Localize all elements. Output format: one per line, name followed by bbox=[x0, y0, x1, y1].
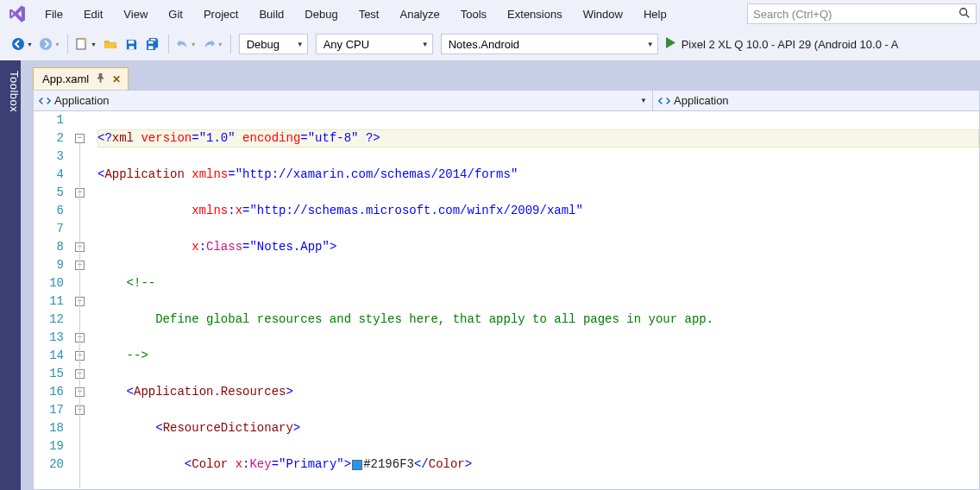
pin-icon[interactable] bbox=[96, 73, 105, 85]
redo-button[interactable]: ▼ bbox=[200, 33, 226, 55]
nav-back-button[interactable]: ▼ bbox=[9, 33, 35, 55]
menu-analyze[interactable]: Analyze bbox=[389, 3, 449, 26]
menu-edit[interactable]: Edit bbox=[73, 3, 113, 26]
nav-forward-button[interactable]: ▼ bbox=[36, 33, 63, 55]
menu-file[interactable]: File bbox=[35, 3, 73, 26]
chevron-down-icon: ▼ bbox=[189, 41, 197, 47]
save-button[interactable] bbox=[122, 33, 142, 55]
chevron-down-icon: ▼ bbox=[290, 41, 304, 48]
menu-project[interactable]: Project bbox=[193, 3, 248, 26]
vs-logo-icon bbox=[5, 2, 29, 26]
document-tab[interactable]: App.xaml ✕ bbox=[33, 67, 129, 90]
chevron-down-icon: ▼ bbox=[216, 41, 223, 47]
code-icon bbox=[658, 96, 670, 106]
nav-type-label: Application bbox=[54, 94, 110, 107]
config-dropdown[interactable]: Debug ▼ bbox=[239, 34, 308, 54]
menu-tools[interactable]: Tools bbox=[450, 3, 497, 26]
navigation-bar: Application ▼ Application bbox=[33, 90, 980, 110]
svg-point-2 bbox=[12, 38, 24, 50]
menu-view[interactable]: View bbox=[113, 3, 158, 26]
undo-button[interactable]: ▼ bbox=[173, 33, 199, 55]
menu-test[interactable]: Test bbox=[349, 3, 390, 26]
chevron-down-icon: ▼ bbox=[25, 41, 33, 47]
svg-line-1 bbox=[966, 14, 970, 17]
menu-bar: File Edit View Git Project Build Debug T… bbox=[0, 0, 980, 28]
menu-git[interactable]: Git bbox=[158, 3, 193, 26]
menu-window[interactable]: Window bbox=[573, 3, 633, 26]
menu-debug[interactable]: Debug bbox=[294, 3, 348, 26]
menu-build[interactable]: Build bbox=[248, 3, 294, 26]
separator bbox=[67, 35, 68, 53]
main-toolbar: ▼ ▼ ▼ ▼ ▼ Debug ▼ Any CPU ▼ Notes.Androi… bbox=[0, 28, 980, 60]
svg-point-0 bbox=[960, 8, 967, 15]
search-icon bbox=[958, 7, 971, 22]
svg-rect-6 bbox=[129, 46, 135, 49]
document-well: App.xaml ✕ Application ▼ Application 12 … bbox=[21, 60, 980, 490]
chevron-down-icon: ▼ bbox=[89, 41, 97, 47]
separator bbox=[168, 35, 169, 53]
platform-value: Any CPU bbox=[324, 38, 369, 51]
config-value: Debug bbox=[247, 38, 280, 51]
nav-member-label: Application bbox=[674, 94, 729, 107]
menu-help[interactable]: Help bbox=[633, 3, 677, 26]
chevron-down-icon: ▼ bbox=[53, 41, 60, 47]
search-input[interactable] bbox=[753, 8, 958, 21]
tab-title: App.xaml bbox=[42, 72, 89, 85]
code-editor[interactable]: 12 34 56 78 910 1112 1314 1516 1718 1920… bbox=[33, 110, 980, 490]
line-number-gutter: 12 34 56 78 910 1112 1314 1516 1718 1920 bbox=[34, 111, 72, 489]
close-icon[interactable]: ✕ bbox=[112, 73, 121, 85]
platform-dropdown[interactable]: Any CPU ▼ bbox=[316, 34, 433, 54]
startup-value: Notes.Android bbox=[449, 38, 519, 51]
outline-margin: − − − − − − − − − − bbox=[72, 111, 94, 489]
svg-rect-9 bbox=[148, 46, 154, 49]
start-debug-button[interactable]: Pixel 2 XL Q 10.0 - API 29 (Android 10.0… bbox=[663, 33, 907, 55]
toolbox-panel-tab[interactable]: Toolbox bbox=[0, 60, 21, 490]
nav-type-dropdown[interactable]: Application ▼ bbox=[34, 91, 653, 110]
open-button[interactable] bbox=[100, 33, 121, 55]
fold-toggle[interactable]: − bbox=[75, 134, 85, 143]
global-search[interactable] bbox=[747, 3, 977, 24]
tab-strip: App.xaml ✕ bbox=[33, 66, 980, 90]
svg-rect-8 bbox=[148, 41, 154, 43]
play-icon bbox=[665, 37, 676, 51]
new-item-button[interactable]: ▼ bbox=[72, 33, 99, 55]
chevron-down-icon: ▼ bbox=[640, 97, 647, 104]
svg-point-3 bbox=[40, 38, 52, 50]
startup-dropdown[interactable]: Notes.Android ▼ bbox=[441, 34, 658, 54]
chevron-down-icon: ▼ bbox=[640, 41, 654, 48]
code-icon bbox=[39, 96, 51, 106]
nav-member-dropdown[interactable]: Application bbox=[653, 91, 979, 110]
save-all-button[interactable] bbox=[143, 33, 164, 55]
device-label: Pixel 2 XL Q 10.0 - API 29 (Android 10.0… bbox=[676, 38, 904, 51]
svg-rect-5 bbox=[129, 40, 135, 43]
separator bbox=[230, 35, 231, 53]
code-content[interactable]: <?xml version="1.0" encoding="utf-8" ?> … bbox=[94, 111, 979, 489]
chevron-down-icon: ▼ bbox=[415, 41, 429, 48]
menu-extensions[interactable]: Extensions bbox=[497, 3, 573, 26]
